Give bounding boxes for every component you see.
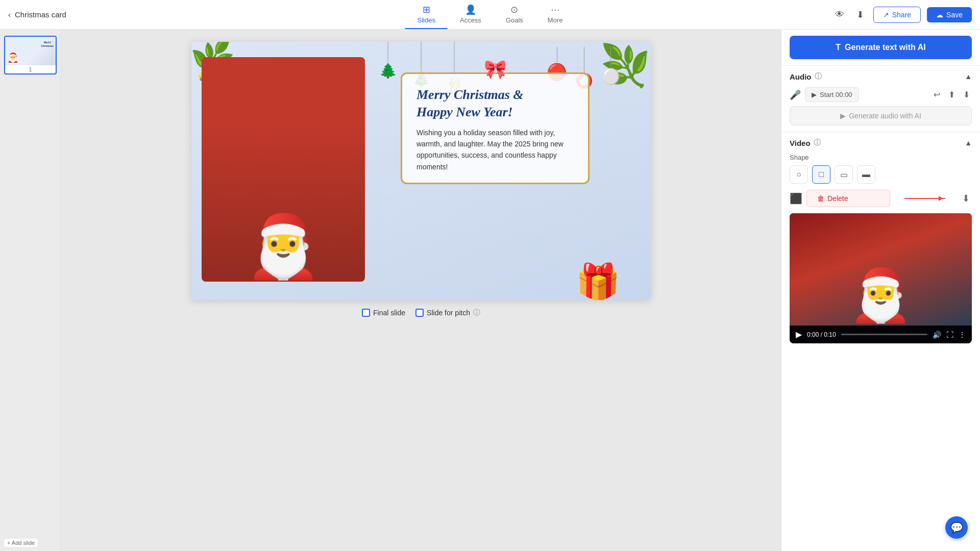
nav-right: 👁 ⬇ ↗ Share ☁ Save xyxy=(832,6,972,23)
video-chevron-icon: ▲ xyxy=(965,139,972,147)
slide-for-pitch-checkbox[interactable] xyxy=(415,309,424,317)
video-sound-button[interactable]: 🔊 xyxy=(933,331,941,339)
slide-thumbnail-1[interactable]: 🎅 MerryChristmas ⋯ 1 xyxy=(4,36,57,74)
slide-panel: 🎅 MerryChristmas ⋯ 1 + Add slide xyxy=(0,30,61,551)
help-fab-button[interactable]: 💬 xyxy=(945,516,968,539)
card-title: Merry Christmas &Happy New Year! xyxy=(416,86,574,121)
video-section-content: Shape ○ □ ▭ ▬ ⬛ 🗑 Delete xyxy=(781,154,980,352)
arrow-line-icon xyxy=(904,198,945,199)
video-section-header[interactable]: Video ⓘ ▲ xyxy=(781,132,980,154)
nav-tabs: ⊞ Slides 👤 Access ⊙ Goals ⋯ More xyxy=(405,0,575,29)
shape-circle[interactable]: ○ xyxy=(790,165,808,184)
video-controls-bar: ▶ 0:00 / 0:10 🔊 ⛶ ⋮ xyxy=(790,325,972,343)
download-video-button[interactable]: ⬇ xyxy=(960,191,972,206)
microphone-icon[interactable]: 🎤 xyxy=(790,89,801,101)
audio-chevron-icon: ▲ xyxy=(965,72,972,81)
video-section: Video ⓘ ▲ Shape ○ □ ▭ ▬ ⬛ 🗑 xyxy=(781,132,980,352)
audio-download-icon[interactable]: ⬇ xyxy=(961,88,972,102)
card-body: Wishing you a holiday season filled with… xyxy=(416,127,574,173)
video-thumbnail-icon: ⬛ xyxy=(790,192,802,205)
video-info-icon[interactable]: ⓘ xyxy=(814,138,821,147)
card-box: 🎀 Merry Christmas &Happy New Year! Wishi… xyxy=(401,72,590,184)
video-progress-bar[interactable] xyxy=(841,334,927,335)
more-icon: ⋯ xyxy=(551,4,560,15)
delete-icon: 🗑 xyxy=(817,194,824,203)
generate-text-ai-button[interactable]: T Generate text with AI xyxy=(790,36,972,59)
silver-ornament-icon: ⚪ xyxy=(601,67,620,85)
save-button[interactable]: ☁ Save xyxy=(927,7,972,22)
app-title: Christmas card xyxy=(15,10,66,19)
shape-wide[interactable]: ▬ xyxy=(857,165,875,184)
tab-slides[interactable]: ⊞ Slides xyxy=(405,0,448,29)
video-more-button[interactable]: ⋮ xyxy=(959,331,966,339)
video-section-title: Video ⓘ xyxy=(790,138,821,147)
right-panel: T Generate text with AI Audio ⓘ ▲ 🎤 ▶ St… xyxy=(781,30,980,551)
gifts-bottom-right-icon: 🎁 xyxy=(576,264,620,300)
final-slide-checkbox-label[interactable]: Final slide xyxy=(362,309,405,317)
goals-icon: ⊙ xyxy=(510,4,518,15)
audio-play-icon: ▶ xyxy=(812,91,817,98)
shape-options: ○ □ ▭ ▬ xyxy=(790,165,972,184)
audio-controls: 🎤 ▶ Start 00:00 ↩ ⬆ ⬇ xyxy=(790,87,972,102)
audio-time-display: ▶ Start 00:00 xyxy=(805,87,859,102)
save-icon: ☁ xyxy=(936,11,943,19)
thumb-menu-icon[interactable]: ⋯ xyxy=(48,39,54,45)
tab-access[interactable]: 👤 Access xyxy=(448,0,494,29)
help-icon: 💬 xyxy=(950,521,963,534)
tab-more[interactable]: ⋯ More xyxy=(535,0,575,29)
slide-canvas[interactable]: 🌿 🌲 🎄 🎋 🌿 xyxy=(191,42,651,300)
tab-goals[interactable]: ⊙ Goals xyxy=(494,0,535,29)
santa-image: 🎅 xyxy=(202,57,365,282)
ornament-tree1-icon: 🌲 xyxy=(379,62,397,79)
gen-audio-icon: ▶ xyxy=(840,112,846,120)
delete-video-button[interactable]: 🗑 Delete xyxy=(806,190,890,207)
thumb-santa-icon: 🎅 xyxy=(7,52,18,63)
slides-icon: ⊞ xyxy=(423,4,430,15)
audio-upload-icon[interactable]: ⬆ xyxy=(946,88,957,102)
video-fullscreen-button[interactable]: ⛶ xyxy=(946,331,953,339)
access-icon: 👤 xyxy=(465,4,476,15)
share-button[interactable]: ↗ Share xyxy=(873,7,921,23)
video-action-row: ⬛ 🗑 Delete ⬇ xyxy=(790,190,972,207)
share-icon: ↗ xyxy=(883,11,889,19)
back-button[interactable]: ‹ Christmas card xyxy=(8,10,66,19)
slide-controls: Final slide Slide for pitch ⓘ xyxy=(362,308,480,317)
audio-section: Audio ⓘ ▲ 🎤 ▶ Start 00:00 ↩ ⬆ ⬇ xyxy=(781,65,980,132)
arrow-right-indicator xyxy=(894,198,957,199)
preview-button[interactable]: 👁 xyxy=(832,6,847,23)
santa-placeholder-icon: 🎅 xyxy=(245,215,322,277)
audio-section-content: 🎤 ▶ Start 00:00 ↩ ⬆ ⬇ ▶ Generate audio w… xyxy=(781,87,980,132)
slide-for-pitch-checkbox-label[interactable]: Slide for pitch ⓘ xyxy=(415,308,480,317)
canvas-area: 🌿 🌲 🎄 🎋 🌿 xyxy=(61,30,781,551)
video-preview: 🎅 ▶ 0:00 / 0:10 🔊 ⛶ ⋮ xyxy=(790,213,972,343)
text-ai-icon: T xyxy=(836,43,841,52)
video-santa-icon: 🎅 xyxy=(849,265,913,325)
shape-rect[interactable]: ▭ xyxy=(835,165,853,184)
generate-audio-button[interactable]: ▶ Generate audio with AI xyxy=(790,106,972,126)
back-arrow-icon: ‹ xyxy=(8,10,11,19)
video-time: 0:00 / 0:10 xyxy=(807,331,836,338)
ribbon-icon: 🎀 xyxy=(484,59,507,80)
slide-for-pitch-info-icon[interactable]: ⓘ xyxy=(473,308,480,317)
final-slide-checkbox[interactable] xyxy=(362,309,370,317)
video-progress-fill xyxy=(841,334,843,335)
slide-number: 1 xyxy=(5,65,56,73)
download-button[interactable]: ⬇ xyxy=(853,6,867,23)
audio-replay-icon[interactable]: ↩ xyxy=(932,88,942,102)
audio-section-header[interactable]: Audio ⓘ ▲ xyxy=(781,66,980,87)
audio-info-icon[interactable]: ⓘ xyxy=(815,72,822,81)
add-slide-button[interactable]: + Add slide xyxy=(4,539,38,547)
shape-label: Shape xyxy=(790,154,972,161)
video-preview-content: 🎅 xyxy=(790,213,972,325)
audio-actions: ↩ ⬆ ⬇ xyxy=(932,88,972,102)
video-play-button[interactable]: ▶ xyxy=(796,330,802,339)
shape-square[interactable]: □ xyxy=(812,165,830,184)
audio-section-title: Audio ⓘ xyxy=(790,72,822,81)
